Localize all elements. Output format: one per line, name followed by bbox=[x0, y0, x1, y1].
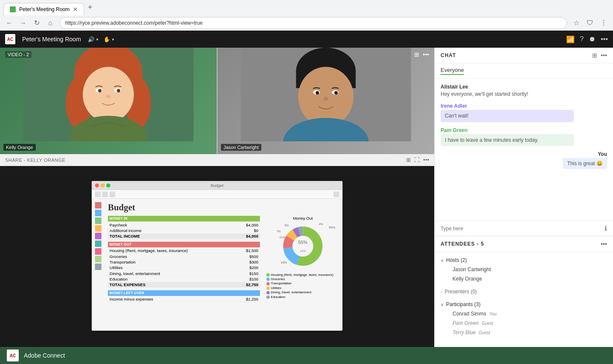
audio-control[interactable]: 🔊 ▾ bbox=[88, 36, 98, 43]
groceries-row: Groceries $500 bbox=[108, 254, 260, 259]
video-header: VIDEO - 2 ⊞ ••• bbox=[0, 48, 434, 61]
refresh-button[interactable]: ↻ bbox=[31, 17, 43, 29]
participant-pam: Pam Green Guest bbox=[441, 318, 607, 328]
attendees-title: ATTENDEES - 5 bbox=[441, 241, 484, 247]
extensions-button[interactable]: 🛡 bbox=[584, 17, 596, 29]
record-icon[interactable]: ⏺ bbox=[589, 35, 596, 43]
doc-toolbar bbox=[92, 190, 343, 199]
video-label: VIDEO - 2 bbox=[5, 51, 32, 58]
chat-more-button[interactable]: ••• bbox=[601, 52, 607, 59]
app-logo: AC bbox=[5, 34, 15, 44]
chat-input[interactable] bbox=[441, 226, 604, 232]
jason-name-badge: Jason Cartwright bbox=[221, 144, 261, 151]
forward-button[interactable]: → bbox=[17, 17, 29, 29]
presenters-group-name: Presenters (0) bbox=[444, 289, 477, 295]
audio-icon: 🔊 bbox=[88, 36, 95, 43]
share-more-button[interactable]: ••• bbox=[423, 157, 429, 163]
pct-label-4: 4% bbox=[319, 223, 323, 226]
transportation-row: Transportation $300 bbox=[108, 259, 260, 265]
education-row: Education $100 bbox=[108, 276, 260, 282]
total-expenses-value: $2,750 bbox=[246, 282, 258, 287]
message-alistair: Alistair Lee Hey everyone, we'll get sta… bbox=[441, 84, 607, 98]
participants-group-header[interactable]: ∨ Participants (3) bbox=[441, 300, 607, 309]
chart-center-label1: 55% bbox=[298, 239, 308, 244]
share-content: Budget bbox=[0, 166, 434, 345]
kelly-portrait bbox=[0, 48, 217, 141]
budget-document: Budget bbox=[92, 181, 343, 331]
tab-close-button[interactable]: ✕ bbox=[73, 6, 78, 13]
money-out-header: MONEY OUT bbox=[108, 241, 260, 247]
legend-label-utilities: Utilities bbox=[271, 286, 281, 290]
pam-text: I have to leave a few minutes early toda… bbox=[445, 137, 539, 143]
housing-label: Housing (Rent, mortgage, taxes, insuranc… bbox=[109, 248, 188, 252]
svg-point-16 bbox=[83, 67, 134, 122]
menu-button[interactable]: ⋮ bbox=[598, 17, 610, 29]
message-self: You This is great 😀 bbox=[441, 151, 607, 169]
irene-sender: Irene Adler bbox=[441, 103, 607, 109]
share-fullscreen-button[interactable]: ⛶ bbox=[414, 157, 420, 163]
address-bar[interactable]: https://ryce.preview.adobeconnect.com/pe… bbox=[60, 17, 567, 29]
hand-control[interactable]: ✋ ▾ bbox=[103, 36, 114, 43]
total-income-label: TOTAL INCOME bbox=[109, 234, 140, 238]
donut-chart: 55% 18% 55% 18% 11% 7% bbox=[278, 222, 327, 270]
participant-terry: Terry Blue Guest bbox=[441, 328, 607, 337]
chat-messages: Alistair Lee Hey everyone, we'll get sta… bbox=[435, 79, 613, 221]
share-view-button[interactable]: ⊞ bbox=[406, 157, 411, 163]
doc-sidebar bbox=[95, 202, 103, 327]
chart-center-label2: 18% bbox=[300, 249, 306, 252]
browser-tabs-bar: Peter's Meeting Room ✕ + bbox=[0, 0, 613, 15]
new-tab-button[interactable]: + bbox=[84, 0, 96, 15]
presenters-group-header[interactable]: › Presenters (0) bbox=[441, 287, 607, 296]
attendees-actions: ••• bbox=[601, 241, 607, 247]
signal-icon[interactable]: 📶 bbox=[566, 35, 575, 43]
additional-income-label: Additional income bbox=[109, 228, 141, 232]
svg-point-31 bbox=[324, 97, 329, 101]
legend-groceries: Groceries bbox=[266, 277, 339, 281]
toolbar-btn-3 bbox=[109, 191, 115, 197]
pct-label-7: 7% bbox=[277, 230, 281, 233]
doc-title: Budget bbox=[108, 202, 339, 212]
additional-income-value: $0 bbox=[254, 228, 258, 232]
irene-text: Can't wait! bbox=[445, 113, 469, 119]
more-options-icon[interactable]: ••• bbox=[601, 35, 608, 43]
chat-send-button[interactable]: ℹ bbox=[604, 224, 607, 232]
help-icon[interactable]: ? bbox=[580, 35, 584, 43]
legend-housing: Housing (Rent, mortgage, taxes, insuranc… bbox=[266, 272, 339, 276]
sidebar-icon-1 bbox=[95, 202, 101, 208]
chat-video-button[interactable]: ⊞ bbox=[592, 52, 597, 59]
video-more-button[interactable]: ••• bbox=[423, 51, 429, 58]
transportation-label: Transportation bbox=[109, 260, 135, 264]
participants-group-name: Participants (3) bbox=[446, 301, 481, 307]
footer-logo-text: AC bbox=[10, 353, 16, 358]
active-tab[interactable]: Peter's Meeting Room ✕ bbox=[3, 3, 84, 15]
money-in-table: Paycheck $4,000 Additional income $0 bbox=[108, 222, 260, 239]
hosts-group-header[interactable]: ∨ Hosts (2) bbox=[441, 255, 607, 265]
legend-transportation: Transportation bbox=[266, 281, 339, 285]
legend-education: Education bbox=[266, 295, 339, 299]
audio-dropdown[interactable]: ▾ bbox=[96, 37, 98, 42]
self-text: This is great 😀 bbox=[567, 161, 603, 166]
pam-sender: Pam Green bbox=[441, 127, 607, 133]
video-layout-button[interactable]: ⊞ bbox=[414, 51, 419, 58]
total-expenses-row: TOTAL EXPENSES $2,750 bbox=[108, 282, 260, 287]
bookmark-button[interactable]: ☆ bbox=[570, 17, 582, 29]
attendees-more-button[interactable]: ••• bbox=[601, 241, 607, 247]
chat-recipient-area[interactable]: Everyone bbox=[435, 63, 613, 79]
toolbar-btn-4 bbox=[334, 191, 339, 197]
legend-label-dining: Dining, travel, entertainment bbox=[271, 290, 311, 294]
housing-row: Housing (Rent, mortgage, taxes, insuranc… bbox=[108, 248, 260, 253]
sidebar-icon-7 bbox=[95, 248, 101, 254]
footer-title: Adobe Connect bbox=[24, 352, 65, 359]
browser-action-buttons: ☆ 🛡 ⋮ bbox=[570, 17, 610, 29]
legend-dot-housing bbox=[266, 273, 270, 276]
tab-favicon bbox=[10, 6, 16, 12]
doc-main-content: Budget MONEY IN Paycheck $4,000 bbox=[108, 202, 339, 327]
hand-dropdown[interactable]: ▾ bbox=[112, 37, 114, 42]
dining-row: Dining, travel, entertainment $150 bbox=[108, 271, 260, 276]
pct-label-5: 5% bbox=[285, 224, 289, 226]
home-button[interactable]: ⌂ bbox=[44, 17, 56, 29]
back-button[interactable]: ← bbox=[3, 17, 15, 29]
presenters-toggle: › bbox=[441, 289, 442, 294]
header-right: 📶 ? ⏺ ••• bbox=[566, 35, 608, 43]
hand-icon: ✋ bbox=[103, 36, 110, 43]
